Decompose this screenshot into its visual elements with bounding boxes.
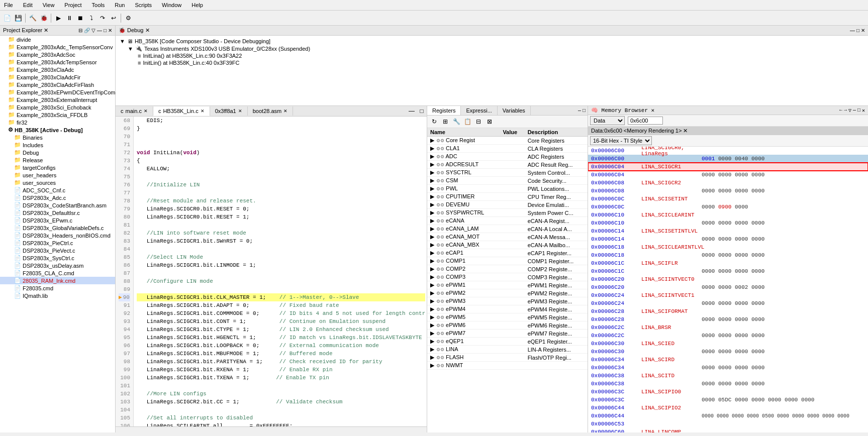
reg-row-flash[interactable]: ▶⚙⚙ FLASH Flash/OTP Regi... <box>427 354 588 362</box>
reg-row-ecana-mot[interactable]: ▶⚙⚙ eCANA_MOT eCAN-A Messa... <box>427 233 588 241</box>
toolbar-build[interactable]: 🔨 <box>28 13 38 23</box>
toolbar-settings[interactable]: ⚙ <box>123 13 133 23</box>
expand-arrow[interactable]: ▶ <box>430 306 434 312</box>
expand-arrow[interactable]: ▶ <box>430 209 434 215</box>
menu-view[interactable]: View <box>41 1 57 9</box>
project-item-adcsoc[interactable]: 📁 Example_2803xAdcSoc <box>0 51 115 58</box>
menu-edit[interactable]: Edit <box>21 1 35 9</box>
expand-arrow[interactable]: ▶ <box>430 161 434 167</box>
tree-item-headers-nonbios[interactable]: 📄 DSP2803x_Headers_nonBIOS.cmd <box>0 232 115 239</box>
toolbar-resume[interactable]: ▶ <box>53 13 63 23</box>
reg-row-epwm3[interactable]: ▶⚙⚙ ePWM3 ePWM3 Registe... <box>427 297 588 305</box>
tree-item-pievect[interactable]: 📄 DSP2803x_PieVect.c <box>0 247 115 254</box>
reg-row-epwm6[interactable]: ▶⚙⚙ ePWM6 ePWM6 Registe... <box>427 321 588 330</box>
view-menu-icon[interactable]: ▽ <box>91 28 95 33</box>
expand-arrow[interactable]: ▶ <box>430 282 434 288</box>
reg-row-ecap1[interactable]: ▶⚙⚙ eCAP1 eCAP1 Register... <box>427 249 588 257</box>
reg-row-syspwr[interactable]: ▶⚙⚙ SYSPWRCTRL System Power C... <box>427 209 588 217</box>
menu-run[interactable]: Run <box>113 1 127 9</box>
toolbar-stop[interactable]: ⏹ <box>75 13 85 23</box>
memory-content[interactable]: 0x00006C00 LINA_SCIGCR0, LinaRegs 0x0000… <box>588 147 868 432</box>
reg-row-pwl[interactable]: ▶⚙⚙ PWL PWL Locations... <box>427 185 588 193</box>
tree-item-f28035[interactable]: 📄 F28035.cmd <box>0 284 115 292</box>
reg-row-cputimer[interactable]: ▶⚙⚙ CPUTIMER CPU Timer Reg... <box>427 193 588 201</box>
memory-type-select[interactable]: Data Program <box>590 116 625 125</box>
project-item-divide[interactable]: 📁 divide <box>0 36 115 43</box>
project-item-claadcfirflash[interactable]: 📁 Example_2803xClaAdcFirFlash <box>0 81 115 88</box>
reg-row-ecana-mbx[interactable]: ▶⚙⚙ eCANA_MBX eCAN-A Mailbo... <box>427 241 588 249</box>
expand-arrow[interactable]: ▶ <box>430 226 434 232</box>
expand-arrow[interactable]: ▶ <box>430 137 434 143</box>
expand-arrow[interactable]: ▶ <box>430 217 434 224</box>
reg-row-cla1[interactable]: ▶⚙⚙ CLA1 CLA Registers <box>427 145 588 153</box>
reg-btn-4[interactable]: 📋 <box>462 117 472 127</box>
expand-arrow[interactable]: ▶ <box>430 185 434 191</box>
expand-arrow[interactable]: ▶ <box>430 362 434 368</box>
reg-row-epwm4[interactable]: ▶⚙⚙ ePWM4 ePWM4 Registe... <box>427 305 588 313</box>
toolbar-suspend[interactable]: ⏸ <box>64 13 74 23</box>
reg-btn-3[interactable]: 🔧 <box>451 117 461 127</box>
tree-item-epwm-c[interactable]: 📄 DSP2803x_EPwm.c <box>0 216 115 224</box>
reg-btn-2[interactable]: ⊞ <box>440 117 450 127</box>
reg-minimize[interactable]: — <box>578 108 581 114</box>
tab-3ff8a1-close[interactable]: ✕ <box>238 108 242 114</box>
close-icon[interactable]: ✕ <box>108 28 112 33</box>
tree-item-binaries[interactable]: 📁 Binaries <box>0 134 115 141</box>
tree-item-user-sources[interactable]: 📁 user_sources <box>0 179 115 186</box>
reg-row-epwm2[interactable]: ▶⚙⚙ ePWM2 ePWM2 Registe... <box>427 289 588 297</box>
reg-row-csm[interactable]: ▶⚙⚙ CSM Code Security... <box>427 177 588 185</box>
editor-scrollbar-h[interactable] <box>116 426 427 432</box>
tree-item-debug[interactable]: 📁 Debug <box>0 149 115 156</box>
menu-help[interactable]: Help <box>189 1 205 9</box>
reg-row-adcresult[interactable]: ▶⚙⚙ ADCRESULT ADC Result Reg... <box>427 161 588 169</box>
expand-arrow[interactable]: ▶ <box>430 145 434 151</box>
reg-btn-5[interactable]: ⊟ <box>473 117 484 127</box>
reg-maximize[interactable]: □ <box>583 108 586 114</box>
tree-item-adcSoc[interactable]: 📄 ADC_SOC_Cnf.c <box>0 186 115 194</box>
tab-3ff8a1[interactable]: 0x3ff8a1 ✕ <box>210 106 248 116</box>
toolbar-debug[interactable]: 🐞 <box>39 13 49 23</box>
expand-arrow[interactable]: ▶ <box>430 290 434 296</box>
link-with-editor-icon[interactable]: 🔗 <box>84 28 90 33</box>
tree-item-iqmath[interactable]: 📄 IQmath.lib <box>0 292 115 299</box>
toolbar-save[interactable]: 💾 <box>13 13 23 23</box>
expand-arrow[interactable]: ▶ <box>430 346 434 352</box>
expand-arrow[interactable]: ▶ <box>430 177 434 183</box>
maximize-icon[interactable]: □ <box>104 28 107 33</box>
tab-hb358k-lin[interactable]: c HB358K_Lin.c ✕ <box>153 106 210 116</box>
memory-minimize[interactable]: — <box>853 107 856 114</box>
editor-content[interactable]: 68 69 70 71 72 73 74 75 76 77 78 79 <box>116 117 427 426</box>
tab-hb358k-close[interactable]: ✕ <box>201 108 205 114</box>
reg-row-eqep1[interactable]: ▶⚙⚙ eQEP1 eQEP1 Register... <box>427 338 588 346</box>
debug-item-initlin[interactable]: ≡ InitLin() at HB358K_Lin.c:40 0x3F39FC <box>118 59 866 66</box>
toolbar-step-return[interactable]: ↩ <box>109 13 119 23</box>
project-item-claadc[interactable]: 📁 Example_2803xClaAdc <box>0 66 115 73</box>
reg-btn-6[interactable]: ⊠ <box>485 117 495 127</box>
expand-arrow[interactable]: ▶ <box>430 201 434 207</box>
editor-minimize[interactable]: — <box>407 106 417 116</box>
tree-item-defaultisr[interactable]: 📄 DSP2803x_DefaultIsr.c <box>0 209 115 216</box>
project-item-sci-echoback[interactable]: 📁 Example_2803xSci_Echoback <box>0 103 115 111</box>
debug-maximize[interactable]: □ <box>856 28 859 33</box>
menu-project[interactable]: Project <box>62 1 83 9</box>
reg-row-epwm5[interactable]: ▶⚙⚙ ePWM5 ePWM5 Registe... <box>427 313 588 321</box>
expand-arrow[interactable]: ▶ <box>430 330 434 336</box>
toolbar-step-over[interactable]: ↷ <box>98 13 108 23</box>
reg-row-ecana-lam[interactable]: ▶⚙⚙ eCANA_LAM eCAN-A Local A... <box>427 225 588 233</box>
project-item-adc-tempsensor[interactable]: 📁 Example_2803xAdc_TempSensorConv <box>0 43 115 51</box>
debug-close[interactable]: ✕ <box>861 28 865 33</box>
expand-arrow[interactable]: ▶ <box>430 193 434 199</box>
reg-row-nwmt[interactable]: ▶⚙⚙ NWMT <box>427 362 588 370</box>
reg-row-epwm1[interactable]: ▶⚙⚙ ePWM1 ePWM1 Registe... <box>427 281 588 289</box>
menu-file[interactable]: File <box>2 1 15 9</box>
expand-arrow[interactable]: ▶ <box>430 274 434 280</box>
collapse-all-icon[interactable]: ⊟ <box>78 28 82 33</box>
tab-boot28[interactable]: boot28.asm ✕ <box>248 106 293 116</box>
tree-item-usdelay[interactable]: 📄 DSP2803x_usDelay.asm <box>0 262 115 269</box>
expand-arrow[interactable]: ▶ <box>430 322 434 328</box>
memory-close[interactable]: ✕ <box>862 107 865 114</box>
tab-mainc[interactable]: c main.c ✕ <box>116 106 153 116</box>
project-item-externalint[interactable]: 📁 Example_2803xExternalInterrupt <box>0 96 115 103</box>
reg-row-lina[interactable]: ▶⚙⚙ LINA LIN-A Registers... <box>427 346 588 354</box>
project-item-adctempsensor[interactable]: 📁 Example_2803xAdcTempSensor <box>0 58 115 66</box>
